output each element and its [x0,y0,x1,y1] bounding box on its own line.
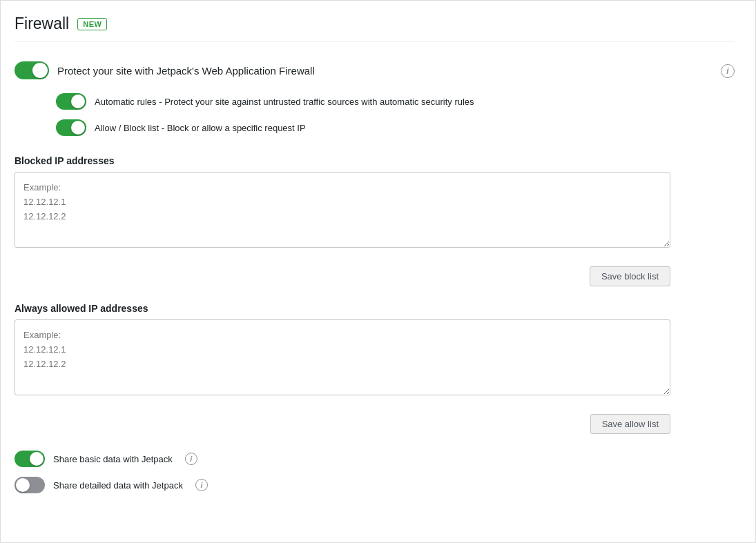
page-wrapper: Firewall NEW Protect your site with Jetp… [0,0,756,543]
save-allow-btn-row: Save allow list [14,414,670,434]
save-block-list-button[interactable]: Save block list [590,266,670,286]
allow-block-list-label: Allow / Block list - Block or allow a sp… [95,123,306,133]
main-firewall-toggle[interactable] [14,61,49,79]
blocked-ip-label: Blocked IP addresses [14,155,735,166]
share-basic-label: Share basic data with Jetpack [53,454,173,464]
allowed-ip-section: Always allowed IP addresses [14,303,735,397]
page-title: Firewall [14,14,69,33]
allow-block-list-row: Allow / Block list - Block or allow a sp… [56,119,735,136]
info-icon-wrapper: i [721,64,735,78]
allow-block-list-toggle[interactable] [56,119,86,136]
save-block-btn-row: Save block list [14,266,670,286]
share-detailed-label: Share detailed data with Jetpack [53,480,183,491]
blocked-ip-section: Blocked IP addresses [14,155,735,250]
info-icon[interactable]: i [721,64,735,78]
share-basic-row: Share basic data with Jetpack i [14,451,735,467]
allowed-ip-label: Always allowed IP addresses [14,303,735,314]
share-basic-toggle[interactable] [14,451,45,467]
page-header: Firewall NEW [14,14,735,42]
save-allow-list-button[interactable]: Save allow list [590,414,670,434]
share-basic-info-icon[interactable]: i [185,453,197,465]
share-detailed-row: Share detailed data with Jetpack i [14,477,735,493]
automatic-rules-label: Automatic rules - Protect your site agai… [95,97,474,107]
new-badge: NEW [77,18,107,30]
main-toggle-label: Protect your site with Jetpack's Web App… [57,65,315,77]
blocked-ip-textarea[interactable] [14,172,670,248]
share-detailed-info-icon[interactable]: i [195,479,208,491]
main-toggle-row: Protect your site with Jetpack's Web App… [14,61,735,79]
sub-options: Automatic rules - Protect your site agai… [56,93,735,136]
automatic-rules-toggle[interactable] [56,93,86,110]
allowed-ip-textarea[interactable] [14,319,670,395]
automatic-rules-row: Automatic rules - Protect your site agai… [56,93,735,110]
data-share-section: Share basic data with Jetpack i Share de… [14,451,735,493]
share-detailed-toggle[interactable] [14,477,45,493]
